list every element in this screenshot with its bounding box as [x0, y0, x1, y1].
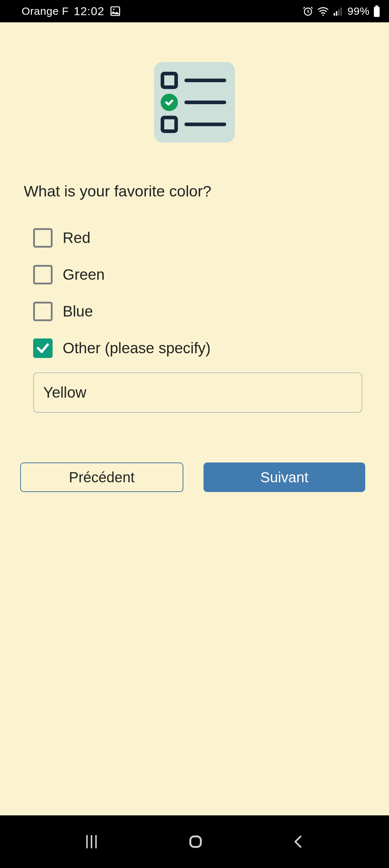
option-label: Other (please specify) [63, 340, 211, 357]
option-green[interactable]: Green [33, 265, 365, 284]
checkbox-unchecked-icon[interactable] [33, 265, 53, 284]
option-blue[interactable]: Blue [33, 302, 365, 321]
battery-icon [373, 5, 380, 17]
svg-point-3 [323, 14, 324, 16]
option-other[interactable]: Other (please specify) [33, 338, 365, 358]
recents-icon[interactable] [82, 833, 100, 851]
clock: 12:02 [74, 5, 104, 18]
checkbox-unchecked-icon[interactable] [33, 228, 53, 248]
question-text: What is your favorite color? [24, 182, 365, 200]
svg-rect-4 [334, 13, 335, 16]
options-list: Red Green Blue Other (please specify) [24, 228, 365, 358]
next-button[interactable]: Suivant [204, 462, 365, 492]
survey-hero-icon [154, 62, 235, 143]
option-label: Green [63, 266, 105, 283]
back-icon[interactable] [291, 833, 307, 851]
option-label: Red [63, 229, 90, 247]
option-red[interactable]: Red [33, 228, 365, 248]
checkbox-checked-icon[interactable] [33, 338, 53, 358]
svg-point-1 [113, 9, 115, 10]
system-nav-bar [0, 815, 389, 868]
signal-icon [333, 6, 344, 17]
survey-screen: What is your favorite color? Red Green B… [0, 22, 389, 815]
checkbox-unchecked-icon[interactable] [33, 302, 53, 321]
wifi-icon [317, 6, 329, 17]
alarm-icon [303, 6, 313, 17]
svg-rect-5 [336, 11, 337, 16]
battery-percent: 99% [347, 5, 370, 17]
status-bar: Orange F 12:02 [0, 0, 389, 22]
picture-icon [109, 5, 121, 17]
home-icon[interactable] [187, 833, 205, 851]
svg-rect-13 [190, 836, 201, 847]
previous-button[interactable]: Précédent [20, 462, 183, 492]
svg-rect-7 [341, 8, 342, 16]
other-specify-input[interactable] [33, 372, 362, 413]
option-label: Blue [63, 303, 93, 320]
svg-rect-9 [374, 7, 380, 17]
svg-rect-6 [338, 9, 340, 16]
svg-rect-8 [375, 5, 378, 7]
carrier-label: Orange F [22, 5, 69, 17]
